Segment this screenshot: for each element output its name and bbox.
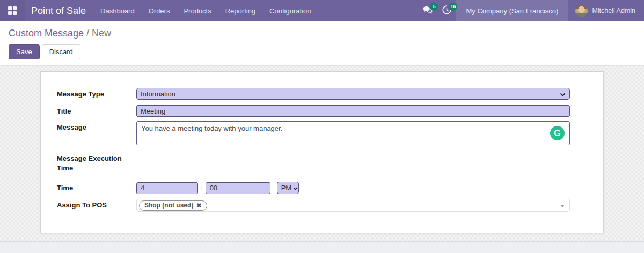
breadcrumb-parent-link[interactable]: Custom Message [9, 28, 84, 39]
navbar-right: 5 16 My Company (San Francisco) Mitchell… [418, 0, 644, 21]
control-panel-buttons: Save Discard [9, 44, 635, 59]
main-menu: Dashboard Orders Products Reporting Conf… [93, 0, 318, 21]
assign-pos-row: Assign To POS Shop (not used) ✖ [57, 199, 570, 212]
title-label: Title [57, 105, 131, 116]
title-row: Title [57, 105, 570, 117]
messages-button[interactable]: 5 [418, 0, 437, 21]
apps-grid-icon [8, 6, 17, 15]
execution-time-section-row: Message Execution Time [57, 152, 570, 173]
bottom-strip [0, 241, 644, 253]
apps-menu-button[interactable] [0, 0, 25, 21]
menu-item-orders[interactable]: Orders [142, 0, 177, 21]
app-title: Point of Sale [25, 0, 93, 21]
content-background: Message Type Information Title Message Y [0, 66, 644, 241]
title-input[interactable] [136, 105, 570, 117]
chevron-down-icon [293, 184, 298, 192]
message-row: Message You have a meeting today with yo… [57, 121, 570, 145]
time-separator: : [201, 184, 203, 192]
discard-button[interactable]: Discard [42, 44, 80, 59]
activities-badge: 16 [449, 3, 457, 11]
message-type-row: Message Type Information [57, 88, 570, 100]
pos-tag: Shop (not used) ✖ [139, 200, 207, 211]
user-menu[interactable]: Mitchell Admin [568, 0, 644, 21]
chevron-down-icon [560, 90, 566, 98]
execution-time-label: Message Execution Time [57, 152, 131, 173]
company-switcher[interactable]: My Company (San Francisco) [456, 0, 568, 21]
message-type-label: Message Type [57, 88, 131, 99]
dropdown-caret-icon[interactable] [560, 205, 565, 207]
message-label: Message [57, 121, 131, 132]
form-sheet: Message Type Information Title Message Y [40, 71, 604, 233]
breadcrumb-separator: / [86, 28, 89, 39]
assign-pos-label: Assign To POS [57, 199, 131, 210]
breadcrumb: Custom Message / New [9, 27, 635, 40]
save-button[interactable]: Save [9, 44, 40, 59]
user-avatar [575, 5, 588, 17]
assign-pos-field[interactable]: Shop (not used) ✖ [136, 199, 570, 212]
menu-item-reporting[interactable]: Reporting [218, 0, 262, 21]
activities-button[interactable]: 16 [437, 0, 456, 21]
time-hour-input[interactable] [136, 182, 198, 194]
grammarly-icon[interactable]: G [550, 126, 565, 140]
breadcrumb-current: New [92, 28, 111, 39]
message-textarea[interactable]: You have a meeting today with your manag… [136, 121, 570, 145]
time-label: Time [57, 182, 131, 193]
control-panel: Custom Message / New Save Discard [0, 21, 644, 66]
message-type-select[interactable]: Information [136, 88, 570, 100]
time-meridiem-value: PM [281, 184, 292, 192]
menu-item-configuration[interactable]: Configuration [262, 0, 318, 21]
menu-item-products[interactable]: Products [177, 0, 218, 21]
message-type-value: Information [141, 90, 175, 98]
user-name: Mitchell Admin [592, 7, 635, 14]
time-minute-input[interactable] [206, 182, 270, 194]
top-navbar: Point of Sale Dashboard Orders Products … [0, 0, 644, 21]
tag-remove-icon[interactable]: ✖ [196, 202, 201, 210]
time-row: Time : PM [57, 182, 570, 194]
pos-tag-label: Shop (not used) [144, 202, 193, 210]
menu-item-dashboard[interactable]: Dashboard [93, 0, 142, 21]
time-meridiem-select[interactable]: PM [277, 182, 299, 194]
